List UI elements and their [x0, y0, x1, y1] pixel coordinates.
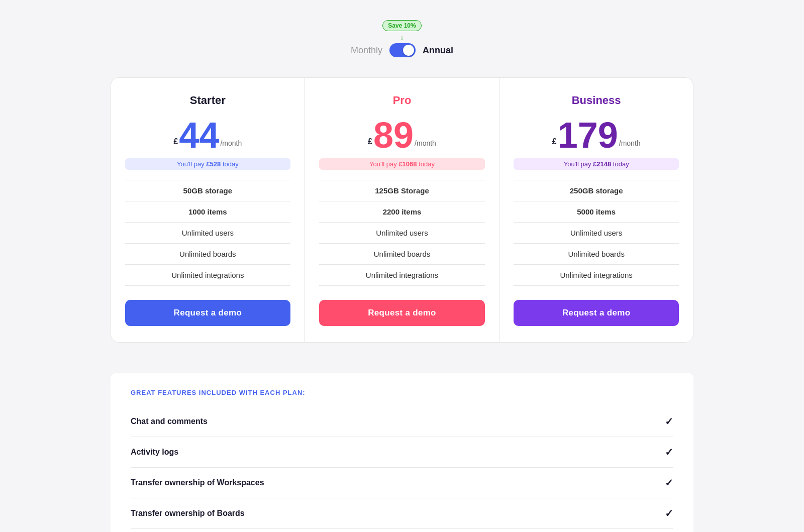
price-amount-business: 179: [558, 117, 618, 153]
list-item: Unlimited boards: [125, 244, 290, 265]
list-item: Unlimited boards: [514, 244, 679, 265]
features-section: GREAT FEATURES INCLUDED WITH EACH PLAN: …: [111, 373, 693, 532]
save-arrow: ↓: [400, 33, 404, 41]
checkmark-transfer-boards: ✓: [665, 507, 673, 519]
price-row-business: £ 179 /month: [514, 117, 679, 153]
plan-name-starter: Starter: [125, 94, 290, 107]
list-item: Unlimited users: [319, 223, 485, 244]
list-item: 250GB storage: [514, 180, 679, 201]
feature-row-transfer-workspaces: Transfer ownership of Workspaces ✓: [131, 468, 673, 498]
features-list-business: 250GB storage 5000 items Unlimited users…: [514, 180, 679, 286]
billing-toggle-section: Save 10% ↓ Monthly Annual: [111, 20, 693, 57]
list-item: Unlimited integrations: [319, 265, 485, 286]
plans-grid: Starter £ 44 /month You'll pay £528 toda…: [111, 77, 693, 343]
request-demo-starter[interactable]: Request a demo: [125, 300, 290, 326]
price-row-starter: £ 44 /month: [125, 117, 290, 153]
feature-name-activity: Activity logs: [131, 448, 178, 457]
list-item: Unlimited users: [514, 223, 679, 244]
list-item: Unlimited users: [125, 223, 290, 244]
feature-name-transfer-workspaces: Transfer ownership of Workspaces: [131, 478, 264, 487]
currency-business: £: [552, 137, 557, 153]
plan-name-pro: Pro: [319, 94, 485, 107]
per-month-starter: /month: [220, 139, 242, 153]
annual-label: Annual: [423, 45, 453, 56]
list-item: 2200 items: [319, 201, 485, 223]
features-list-starter: 50GB storage 1000 items Unlimited users …: [125, 180, 290, 286]
price-amount-starter: 44: [179, 117, 219, 153]
features-list-pro: 125GB Storage 2200 items Unlimited users…: [319, 180, 485, 286]
request-demo-business[interactable]: Request a demo: [514, 300, 679, 326]
checkmark-chat: ✓: [665, 415, 673, 428]
billing-toggle[interactable]: [389, 43, 416, 57]
currency-pro: £: [368, 137, 372, 153]
request-demo-pro[interactable]: Request a demo: [319, 300, 485, 326]
price-row-pro: £ 89 /month: [319, 117, 485, 153]
toggle-knob: [403, 45, 414, 56]
list-item: Unlimited boards: [319, 244, 485, 265]
feature-row-transfer-boards: Transfer ownership of Boards ✓: [131, 498, 673, 529]
per-month-pro: /month: [415, 139, 436, 153]
plan-name-business: Business: [514, 94, 679, 107]
feature-row-custom-colors: Custom colors in text items ✓: [131, 529, 673, 532]
per-month-business: /month: [619, 139, 641, 153]
pay-today-business: You'll pay £2148 today: [514, 158, 679, 170]
plan-card-starter: Starter £ 44 /month You'll pay £528 toda…: [111, 77, 305, 343]
list-item: 5000 items: [514, 201, 679, 223]
feature-row-activity: Activity logs ✓: [131, 437, 673, 468]
list-item: 50GB storage: [125, 180, 290, 201]
list-item: Unlimited integrations: [514, 265, 679, 286]
toggle-row: Monthly Annual: [351, 43, 453, 57]
feature-row-chat: Chat and comments ✓: [131, 406, 673, 437]
pay-today-pro: You'll pay £1068 today: [319, 158, 485, 170]
save-badge: Save 10%: [382, 20, 421, 31]
plan-card-business: Business £ 179 /month You'll pay £2148 t…: [499, 77, 693, 343]
pay-today-starter: You'll pay £528 today: [125, 158, 290, 170]
currency-starter: £: [173, 137, 178, 153]
list-item: 125GB Storage: [319, 180, 485, 201]
feature-name-transfer-boards: Transfer ownership of Boards: [131, 509, 245, 518]
feature-name-chat: Chat and comments: [131, 417, 208, 426]
plan-card-pro: Pro £ 89 /month You'll pay £1068 today 1…: [305, 77, 499, 343]
checkmark-activity: ✓: [665, 446, 673, 458]
checkmark-transfer-workspaces: ✓: [665, 477, 673, 489]
features-section-title: GREAT FEATURES INCLUDED WITH EACH PLAN:: [131, 389, 673, 396]
page-wrapper: Save 10% ↓ Monthly Annual Starter £ 44 /…: [100, 0, 703, 532]
price-amount-pro: 89: [373, 117, 414, 153]
list-item: 1000 items: [125, 201, 290, 223]
list-item: Unlimited integrations: [125, 265, 290, 286]
monthly-label: Monthly: [351, 45, 382, 56]
